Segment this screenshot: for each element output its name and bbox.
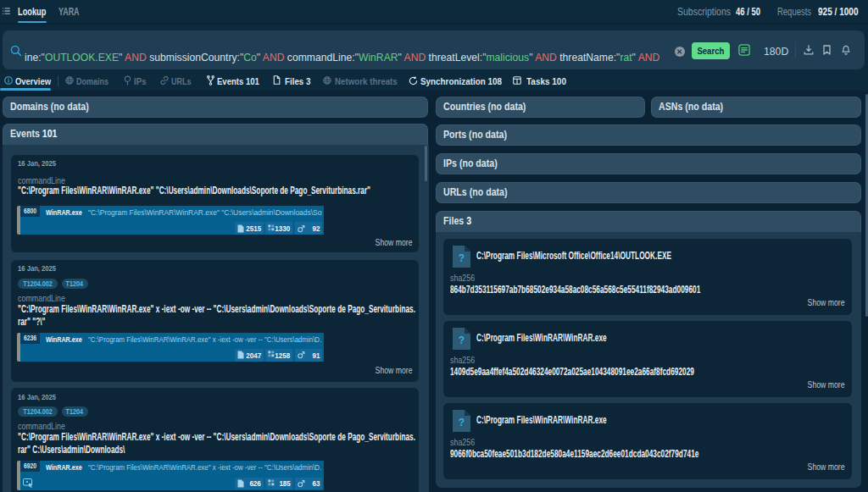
svg-text:?: ? <box>459 252 465 264</box>
svg-text:?: ? <box>459 334 465 346</box>
svg-text:?: ? <box>459 417 465 428</box>
